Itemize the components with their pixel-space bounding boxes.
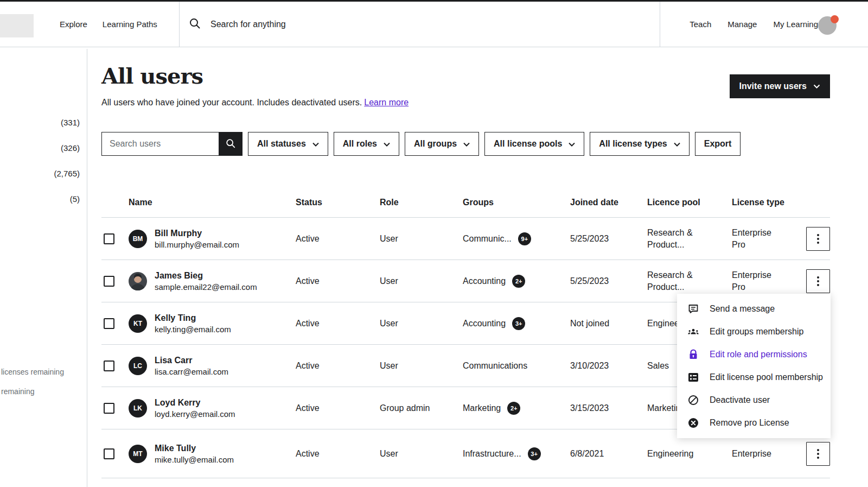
lock-icon xyxy=(687,349,699,360)
user-status: Active xyxy=(296,403,380,413)
user-group: Infrastructure... xyxy=(463,449,521,459)
license-type: Enterprise xyxy=(732,449,771,458)
logo-placeholder xyxy=(0,14,34,37)
menu-item-label: Remove pro License xyxy=(710,418,789,428)
row-checkbox[interactable] xyxy=(104,403,114,414)
user-name[interactable]: Kelly Ting xyxy=(155,312,231,324)
menu-item-edit-groups[interactable]: Edit groups membership xyxy=(677,320,831,343)
row-actions-button[interactable] xyxy=(806,227,830,251)
avatar: MT xyxy=(129,445,147,463)
menu-item-label: Send a message xyxy=(710,304,775,314)
user-group: Accounting xyxy=(463,319,506,328)
remaining-label: remaining xyxy=(1,387,34,396)
global-search xyxy=(189,2,482,47)
user-email: bill.murphy@email.com xyxy=(155,239,239,250)
menu-item-deactivate-user[interactable]: Deactivate user xyxy=(677,389,831,412)
menu-item-edit-role-permissions[interactable]: Edit role and permissions xyxy=(677,343,831,366)
row-checkbox[interactable] xyxy=(104,360,114,371)
user-name[interactable]: James Bieg xyxy=(155,270,257,281)
admin-users-page: Explore Learning Paths Teach Manage My L… xyxy=(0,0,868,487)
user-email: mike.tully@email.com xyxy=(155,454,234,465)
user-status: Active xyxy=(296,234,380,244)
col-joined-date: Joined date xyxy=(570,198,647,207)
deactivate-icon xyxy=(687,394,699,406)
user-role: User xyxy=(380,449,463,459)
row-actions-button[interactable] xyxy=(806,269,830,293)
group-count-badge[interactable]: 3+ xyxy=(512,317,525,330)
filter-all-roles[interactable]: All roles xyxy=(334,132,399,156)
sidebar-item-count[interactable]: (326) xyxy=(61,143,80,153)
menu-item-label: Edit license pool membership xyxy=(710,372,823,382)
menu-item-remove-pro-license[interactable]: Remove pro License xyxy=(677,412,831,434)
learn-more-link[interactable]: Learn more xyxy=(364,98,409,107)
chevron-down-icon xyxy=(813,81,820,91)
license-card-icon xyxy=(687,371,699,383)
row-checkbox[interactable] xyxy=(104,276,114,287)
sidebar-item-count-all-users[interactable]: (331) xyxy=(61,118,80,127)
group-count-badge[interactable]: 2+ xyxy=(507,402,520,415)
page-description-text: All users who have joined your account. … xyxy=(101,98,362,107)
licence-pool: Research & Product... xyxy=(647,227,704,251)
invite-new-users-label: Invite new users xyxy=(739,81,807,91)
nav-teach[interactable]: Teach xyxy=(690,20,711,29)
avatar: LK xyxy=(129,399,147,418)
user-status: Active xyxy=(296,276,380,286)
sidebar-item-count[interactable]: (5) xyxy=(70,194,80,204)
chevron-down-icon xyxy=(312,139,319,149)
user-name[interactable]: Mike Tully xyxy=(155,442,234,454)
search-icon xyxy=(189,17,201,31)
nav-explore[interactable]: Explore xyxy=(60,20,87,29)
menu-item-send-message[interactable]: Send a message xyxy=(677,298,831,320)
menu-item-edit-license-pool[interactable]: Edit license pool membership xyxy=(677,366,831,389)
invite-new-users-button[interactable]: Invite new users xyxy=(730,74,831,98)
col-name: Name xyxy=(129,198,296,207)
user-group: Communic... xyxy=(463,234,512,244)
header-divider xyxy=(660,2,660,47)
kebab-icon xyxy=(817,276,819,286)
avatar: KT xyxy=(129,314,147,333)
col-role: Role xyxy=(380,198,463,207)
row-checkbox[interactable] xyxy=(104,448,114,459)
avatar: LC xyxy=(129,357,147,375)
filter-label: All license types xyxy=(599,139,667,149)
menu-item-label: Edit role and permissions xyxy=(710,350,807,359)
user-name[interactable]: Bill Murphy xyxy=(155,227,239,239)
user-status: Active xyxy=(296,449,380,459)
joined-date: 6/8/2021 xyxy=(570,449,647,459)
user-role: User xyxy=(380,319,463,328)
filter-all-statuses[interactable]: All statuses xyxy=(248,132,328,156)
user-group: Accounting xyxy=(463,276,506,286)
filter-all-license-pools[interactable]: All license pools xyxy=(484,132,584,156)
global-search-input[interactable] xyxy=(210,20,482,29)
group-count-badge[interactable]: 3+ xyxy=(528,447,541,460)
filter-label: All statuses xyxy=(257,139,306,149)
row-actions-button[interactable] xyxy=(806,442,830,466)
user-name[interactable]: Loyd Kerry xyxy=(155,397,235,408)
licence-pool: Engineering xyxy=(647,449,693,458)
user-search-button[interactable] xyxy=(219,132,242,156)
nav-manage[interactable]: Manage xyxy=(727,20,757,29)
user-name[interactable]: Lisa Carr xyxy=(155,355,228,366)
sidebar-item-count[interactable]: (2,765) xyxy=(54,169,80,178)
license-type: Enterprise Pro xyxy=(732,227,782,251)
row-checkbox[interactable] xyxy=(104,318,114,329)
group-count-badge[interactable]: 9+ xyxy=(518,232,531,245)
user-group: Communications xyxy=(463,361,527,371)
nav-my-learning[interactable]: My Learning xyxy=(773,20,818,29)
user-avatar[interactable] xyxy=(818,16,837,35)
filter-all-license-types[interactable]: All license types xyxy=(590,132,689,156)
filter-all-groups[interactable]: All groups xyxy=(405,132,479,156)
export-button[interactable]: Export xyxy=(695,132,741,156)
user-role: User xyxy=(380,234,463,244)
col-groups: Groups xyxy=(463,198,570,207)
row-checkbox[interactable] xyxy=(104,233,114,244)
table-row: BM Bill Murphybill.murphy@email.com Acti… xyxy=(101,218,830,260)
nav-learning-paths[interactable]: Learning Paths xyxy=(103,20,157,29)
user-email: sample.email22@email.com xyxy=(155,281,257,293)
page-description: All users who have joined your account. … xyxy=(101,98,409,107)
user-email: lisa.carr@email.com xyxy=(155,366,228,377)
user-search-input[interactable] xyxy=(102,132,219,155)
filter-label: All roles xyxy=(343,139,377,149)
group-count-badge[interactable]: 2+ xyxy=(512,275,525,288)
joined-date: 5/25/2023 xyxy=(570,276,647,286)
